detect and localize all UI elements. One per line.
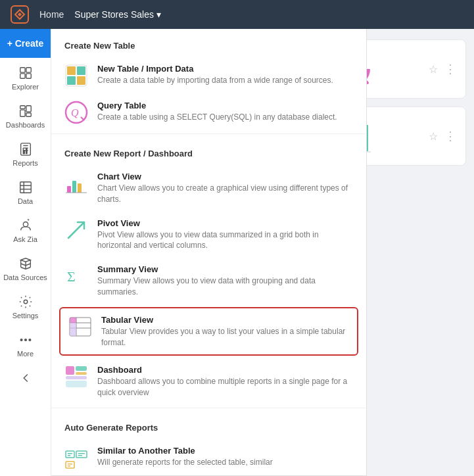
sidebar-label-dashboards: Dashboards xyxy=(6,121,45,129)
svg-rect-15 xyxy=(20,182,31,193)
sidebar-item-dashboards[interactable]: Dashboards xyxy=(0,96,51,134)
svg-rect-4 xyxy=(20,106,24,109)
svg-rect-47 xyxy=(76,372,87,375)
svg-rect-33 xyxy=(72,181,76,193)
svg-rect-2 xyxy=(20,74,24,78)
svg-rect-43 xyxy=(70,323,76,328)
menu-item-summary-view[interactable]: Σ Summary View Summary View allows you t… xyxy=(51,258,366,304)
svg-text:Q: Q xyxy=(71,107,79,118)
section-header-auto-generate: Auto Generate Reports xyxy=(51,411,366,439)
sidebar-label-reports: Reports xyxy=(12,159,38,167)
data-sources-icon xyxy=(18,256,33,271)
svg-rect-48 xyxy=(66,376,87,379)
create-button[interactable]: + Create xyxy=(0,29,51,58)
card-star-1[interactable]: ☆ xyxy=(429,63,438,76)
svg-rect-50 xyxy=(66,451,74,458)
card-star-2[interactable]: ☆ xyxy=(429,130,438,143)
svg-rect-46 xyxy=(76,366,87,371)
sidebar-item-ask-zia[interactable]: Ask Zia xyxy=(0,210,51,249)
svg-rect-32 xyxy=(67,186,71,193)
chart-icon xyxy=(64,172,88,195)
sidebar-label-settings: Settings xyxy=(12,312,39,320)
explorer-icon xyxy=(18,66,33,80)
menu-item-chart-view[interactable]: Chart View Chart View allows you to crea… xyxy=(51,165,366,212)
svg-rect-1 xyxy=(26,68,30,72)
create-dropdown-panel: Create New Table New Table / Import Data… xyxy=(51,29,367,476)
svg-rect-55 xyxy=(78,455,82,456)
svg-rect-45 xyxy=(66,366,74,375)
sidebar-label-explorer: Explorer xyxy=(12,83,39,91)
menu-item-text-tabular-view: Tabular View Tabular View provides you a… xyxy=(101,315,349,348)
menu-item-dashboard[interactable]: Dashboard Dashboard allows you to combin… xyxy=(51,358,366,405)
menu-item-text-new-table: New Table / Import Data Create a data ta… xyxy=(97,64,333,86)
menu-item-text-dashboard: Dashboard Dashboard allows you to combin… xyxy=(97,365,353,398)
svg-rect-44 xyxy=(70,328,76,336)
svg-point-22 xyxy=(24,339,26,341)
menu-item-text-chart-view: Chart View Chart View allows you to crea… xyxy=(97,172,353,205)
app-logo xyxy=(11,5,29,24)
content-area: Create New Table New Table / Import Data… xyxy=(51,29,474,476)
svg-point-20 xyxy=(24,300,28,304)
section-header-create-table: Create New Table xyxy=(51,29,366,57)
dashboard-icon xyxy=(64,365,88,389)
top-nav: Home Super Stores Sales ▾ xyxy=(0,0,474,29)
svg-rect-27 xyxy=(67,76,76,85)
svg-rect-7 xyxy=(26,113,30,117)
section-header-create-report: Create New Report / Dashboard xyxy=(51,137,366,165)
data-icon xyxy=(18,180,33,195)
nav-home[interactable]: Home xyxy=(39,9,64,20)
sidebar: + Create Explorer Dashboards xyxy=(0,29,51,476)
svg-rect-13 xyxy=(23,150,25,154)
svg-rect-52 xyxy=(68,455,70,456)
dashboards-icon xyxy=(18,104,33,118)
svg-rect-54 xyxy=(78,453,85,454)
svg-rect-49 xyxy=(66,381,87,387)
svg-rect-34 xyxy=(78,183,82,193)
nav-workspace[interactable]: Super Stores Sales ▾ xyxy=(74,9,161,20)
svg-rect-6 xyxy=(20,110,24,116)
sidebar-label-data-sources: Data Sources xyxy=(3,274,47,281)
svg-rect-53 xyxy=(76,451,87,458)
sidebar-item-explorer[interactable]: Explorer xyxy=(0,58,51,96)
sidebar-item-reports[interactable]: Reports xyxy=(0,134,51,172)
svg-text:Σ: Σ xyxy=(67,268,76,285)
menu-item-text-summary-view: Summary View Summary View allows you to … xyxy=(97,264,353,298)
grid-icon xyxy=(64,64,88,87)
svg-rect-26 xyxy=(77,66,85,75)
menu-item-query-table[interactable]: Q Query Table Create a table using a SEL… xyxy=(51,94,366,131)
svg-line-31 xyxy=(81,117,84,120)
query-icon: Q xyxy=(64,101,88,124)
sidebar-label-more: More xyxy=(17,350,34,358)
sidebar-item-more[interactable]: More xyxy=(0,325,51,363)
card-dots-1[interactable]: ⋮ xyxy=(444,62,456,76)
sidebar-label-data: Data xyxy=(18,197,33,205)
svg-rect-51 xyxy=(68,453,72,454)
sidebar-item-data-sources[interactable]: Data Sources xyxy=(0,249,51,287)
menu-item-pivot-view[interactable]: Pivot View Pivot View allows you to view… xyxy=(51,212,366,258)
sidebar-item-data[interactable]: Data xyxy=(0,172,51,210)
svg-rect-56 xyxy=(66,462,74,468)
more-icon xyxy=(18,333,33,347)
svg-rect-25 xyxy=(67,66,76,75)
menu-item-new-table[interactable]: New Table / Import Data Create a data ta… xyxy=(51,57,366,94)
svg-point-23 xyxy=(29,339,31,341)
collapse-icon xyxy=(18,371,33,385)
menu-item-tabular-view[interactable]: Tabular View Tabular View provides you a… xyxy=(59,307,358,356)
pivot-icon xyxy=(64,218,88,242)
reports-icon xyxy=(18,142,33,156)
divider-1 xyxy=(51,133,366,134)
card-dots-2[interactable]: ⋮ xyxy=(444,129,456,143)
sidebar-item-settings[interactable]: Settings xyxy=(0,287,51,325)
divider-2 xyxy=(51,408,366,408)
svg-rect-42 xyxy=(70,318,76,323)
svg-rect-14 xyxy=(26,148,28,154)
svg-rect-28 xyxy=(77,76,85,85)
svg-rect-5 xyxy=(26,106,30,112)
svg-point-19 xyxy=(23,222,28,227)
ask-zia-icon xyxy=(18,218,33,233)
menu-item-similar-table[interactable]: Similar to Another Table Will generate r… xyxy=(51,439,366,476)
tabular-icon xyxy=(68,315,92,339)
sidebar-item-collapse[interactable] xyxy=(0,363,51,391)
sidebar-label-ask-zia: Ask Zia xyxy=(13,235,37,243)
summary-icon: Σ xyxy=(64,264,88,288)
